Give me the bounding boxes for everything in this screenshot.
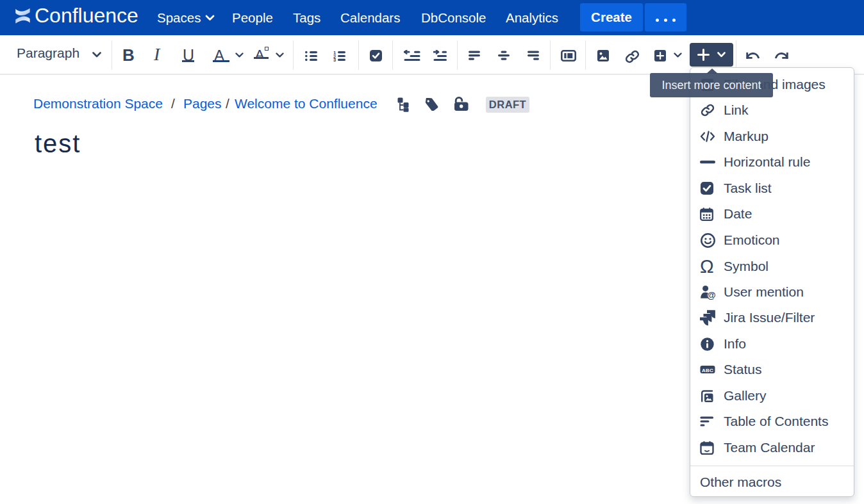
svg-text:@: @ xyxy=(707,290,716,300)
svg-text:ABC: ABC xyxy=(702,368,713,373)
svg-text:3: 3 xyxy=(333,57,336,61)
